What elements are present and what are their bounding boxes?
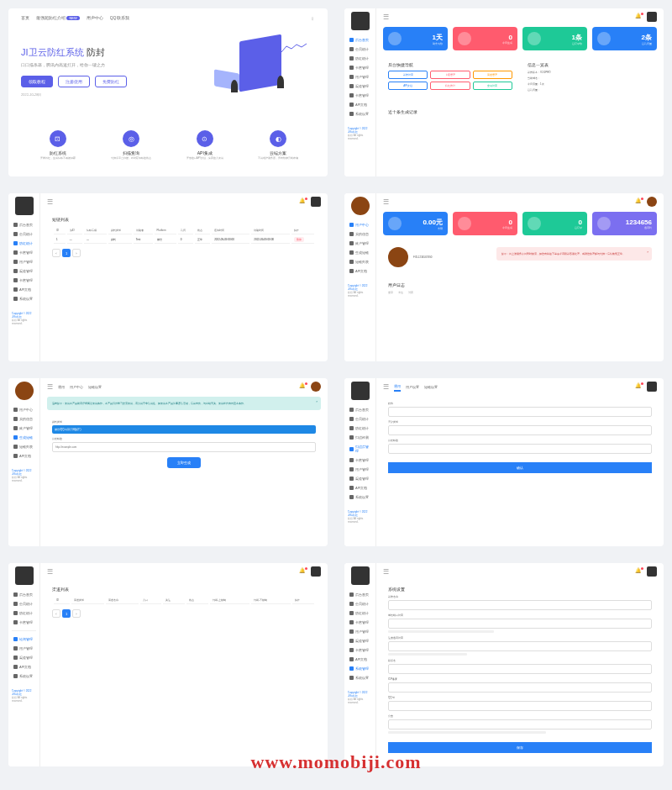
sidebar-item[interactable]: 短链列表 <box>348 257 372 266</box>
page-num[interactable]: 1 <box>62 249 71 257</box>
btn-free[interactable]: 免费防红 <box>95 76 127 87</box>
hamburger-icon[interactable]: ☰ <box>383 198 389 206</box>
hamburger-icon[interactable]: ☰ <box>47 568 53 576</box>
user-icon[interactable]: ♀ <box>310 15 315 23</box>
sidebar-item[interactable]: 渠道管理 <box>12 653 36 662</box>
avatar[interactable] <box>351 566 370 585</box>
quick-link[interactable]: 全局设置 <box>473 82 512 90</box>
sidebar-item[interactable]: 卡密管理 <box>12 248 36 257</box>
sidebar-item[interactable]: API文档 <box>12 451 36 461</box>
sidebar-item[interactable]: 扫描后管理 <box>348 442 372 456</box>
top-avatar[interactable] <box>311 566 321 577</box>
top-avatar[interactable] <box>311 197 321 207</box>
avatar[interactable] <box>351 12 370 30</box>
sidebar-item[interactable]: API文档 <box>12 285 36 294</box>
bell-icon[interactable]: 🔔 <box>299 382 307 391</box>
sidebar-item[interactable]: 扫描检测 <box>348 433 372 442</box>
btn-register[interactable]: 注册使用 <box>58 76 90 87</box>
bell-icon[interactable]: 🔔 <box>635 13 643 21</box>
sidebar-item[interactable]: 后台首页 <box>348 35 372 45</box>
quick-link[interactable]: API文档 <box>388 82 428 90</box>
nav-item[interactable]: 用户中心 <box>87 15 103 23</box>
hamburger-icon[interactable]: ☰ <box>383 383 389 391</box>
sidebar-item[interactable]: 用户中心 <box>12 405 36 414</box>
sidebar-item[interactable]: 卡密管理 <box>348 456 372 465</box>
sidebar-item[interactable]: 防红统计 <box>348 54 372 63</box>
sidebar-item[interactable]: 卡密管理 <box>348 645 372 655</box>
hamburger-icon[interactable]: ☰ <box>47 198 53 206</box>
btn-tutorial[interactable]: 领取教程 <box>21 76 53 87</box>
form-input[interactable] <box>388 719 652 729</box>
bell-icon[interactable]: 🔔 <box>299 198 307 206</box>
sidebar-item[interactable]: 防红统计 <box>12 608 36 618</box>
sidebar-item[interactable]: 防红统计 <box>12 239 36 248</box>
sidebar-item[interactable]: 系统设置 <box>348 492 372 502</box>
submit-button[interactable]: 确认 <box>388 462 652 473</box>
sidebar-item[interactable]: 卡密管理 <box>348 63 372 72</box>
bell-icon[interactable]: 🔔 <box>299 567 307 576</box>
table-row[interactable]: 1——跳转Test微信0正常2022-09-09 00:002022-09-09… <box>54 236 314 244</box>
sidebar-item[interactable]: 全局统计 <box>12 599 36 608</box>
type-select[interactable]: 微信/QQ内部打开(推荐) <box>52 425 316 434</box>
sidebar-item[interactable]: 后台首页 <box>348 405 372 414</box>
nav-item[interactable]: 首页 <box>21 15 29 23</box>
sidebar-item[interactable]: 生成短链 <box>12 433 36 442</box>
bell-icon[interactable]: 🔔 <box>635 567 643 576</box>
avatar[interactable] <box>15 197 34 215</box>
sidebar-item[interactable]: 用户管理 <box>348 465 372 474</box>
sidebar-item[interactable]: 渠道管理 <box>348 474 372 483</box>
form-input[interactable] <box>388 701 652 711</box>
page-prev[interactable]: ‹ <box>52 249 60 257</box>
sidebar-item[interactable]: 生成短链 <box>348 248 372 257</box>
sidebar-item[interactable]: 后台首页 <box>348 590 372 599</box>
sidebar-item[interactable]: 账户管理 <box>12 424 36 433</box>
nav-item[interactable]: QQ联系我 <box>110 15 129 23</box>
quick-link[interactable]: 系统设置 <box>388 71 428 79</box>
top-avatar[interactable] <box>647 566 657 577</box>
sidebar-item[interactable]: 卡密管理 <box>12 618 36 627</box>
form-input[interactable] <box>388 682 652 693</box>
avatar[interactable] <box>15 382 34 400</box>
sidebar-item[interactable]: 系统设置 <box>348 673 372 682</box>
sidebar-item[interactable]: 账户管理 <box>348 239 372 248</box>
sidebar-item[interactable]: 卡密管理 <box>12 276 36 285</box>
sidebar-item[interactable]: 系统设置 <box>12 672 36 681</box>
form-input[interactable] <box>388 425 652 435</box>
sidebar-item[interactable]: 系统设置 <box>348 109 372 118</box>
top-avatar[interactable] <box>647 12 657 22</box>
page-next[interactable]: › <box>72 609 81 618</box>
sidebar-item[interactable]: API文档 <box>348 483 372 492</box>
close-icon[interactable]: × <box>316 400 318 403</box>
avatar[interactable] <box>351 382 370 400</box>
top-avatar[interactable] <box>647 197 657 207</box>
submit-button[interactable]: 保存 <box>388 742 652 753</box>
top-avatar[interactable] <box>647 382 657 392</box>
sidebar-item[interactable]: 全局统计 <box>348 599 372 608</box>
sidebar-item[interactable]: API文档 <box>348 100 372 109</box>
top-avatar[interactable] <box>311 382 321 392</box>
sidebar-item[interactable]: 短链列表 <box>12 442 36 451</box>
page-next[interactable]: › <box>72 249 81 257</box>
sidebar-item[interactable]: 后台首页 <box>12 590 36 599</box>
sidebar-item[interactable]: 渠道管理 <box>348 636 372 645</box>
sidebar-item[interactable]: 全局统计 <box>348 414 372 424</box>
form-input[interactable] <box>388 444 652 454</box>
hamburger-icon[interactable]: ☰ <box>47 383 53 391</box>
submit-button[interactable]: 立即生成 <box>167 457 201 468</box>
page-num[interactable]: 1 <box>62 609 71 618</box>
form-input[interactable] <box>388 641 652 651</box>
delete-btn[interactable]: 删除 <box>294 237 304 242</box>
bell-icon[interactable]: 🔔 <box>635 382 643 391</box>
sidebar-item[interactable]: API文档 <box>348 655 372 664</box>
quick-link[interactable]: 渠道管理 <box>473 71 512 79</box>
avatar[interactable] <box>351 197 370 215</box>
form-input[interactable] <box>388 664 652 674</box>
sidebar-item[interactable]: 我的信息 <box>348 229 372 239</box>
sidebar-item[interactable]: 用户管理 <box>12 257 36 266</box>
sidebar-item[interactable]: 系统管理 <box>348 664 372 673</box>
url-input[interactable] <box>52 442 316 452</box>
form-input[interactable] <box>388 600 652 610</box>
form-input[interactable] <box>388 407 652 417</box>
quick-link[interactable]: 防红统计 <box>430 82 470 90</box>
avatar[interactable] <box>15 566 34 585</box>
